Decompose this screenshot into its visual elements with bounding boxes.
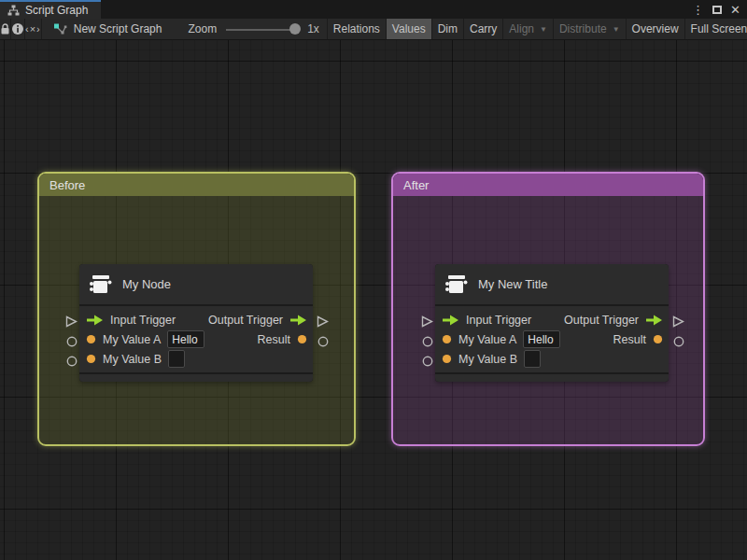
chevron-down-icon: ▼ [540, 25, 547, 34]
group-after-header[interactable]: After [393, 174, 703, 196]
port-label: My Value A [103, 333, 161, 346]
port-label: Output Trigger [564, 314, 639, 327]
node-body: Input Trigger Output Trigger My [435, 306, 669, 372]
port-label: Output Trigger [208, 314, 283, 327]
graph-node-icon [53, 22, 67, 35]
close-icon[interactable]: ✕ [730, 4, 740, 16]
carry-button[interactable]: Carry [464, 19, 503, 39]
new-script-graph-label: New Script Graph [74, 22, 162, 35]
value-a-input[interactable] [523, 330, 560, 348]
result-port[interactable] [653, 334, 663, 344]
value-a-input[interactable] [167, 330, 204, 348]
external-input-trigger-port[interactable] [421, 315, 433, 328]
port-row: My Value B [79, 349, 313, 369]
external-value-b-port[interactable] [66, 356, 78, 367]
graph-toolbar: ‹×› New Script Graph Zoom 1x Relations V… [0, 19, 747, 40]
port-label: Result [613, 333, 646, 346]
external-input-trigger-port[interactable] [65, 315, 78, 328]
output-trigger-port[interactable] [289, 315, 307, 326]
tab-title: Script Graph [25, 4, 88, 17]
code-icon: ‹×› [25, 23, 41, 35]
node-header[interactable]: My New Title [435, 264, 669, 306]
tab-script-graph[interactable]: Script Graph [0, 0, 101, 19]
port-label: My Value B [103, 353, 162, 366]
align-dropdown[interactable]: Align ▼ [503, 19, 554, 39]
zoom-label: Zoom [188, 22, 217, 35]
node-my-new-title[interactable]: My New Title Input Trigger Output Trigge… [435, 264, 669, 382]
info-button[interactable] [11, 19, 25, 39]
align-label: Align [509, 22, 534, 35]
relations-button[interactable]: Relations [328, 19, 387, 39]
port-label: My Value A [458, 333, 516, 346]
node-title: My New Title [478, 277, 547, 291]
node-title: My Node [122, 277, 171, 291]
port-row: My Value A Result [79, 329, 313, 349]
node-footer [79, 372, 313, 382]
zoom-control: Zoom 1x [171, 19, 327, 39]
external-output-trigger-port[interactable] [317, 315, 329, 328]
new-script-graph-button[interactable]: New Script Graph [42, 19, 172, 39]
code-view-button[interactable]: ‹×› [25, 19, 42, 39]
zoom-slider[interactable] [226, 19, 299, 40]
external-result-port[interactable] [673, 336, 684, 347]
value-b-port[interactable] [86, 354, 96, 364]
port-row: My Value B [435, 349, 669, 369]
unit-icon [444, 273, 469, 297]
script-graph-icon [7, 5, 20, 16]
value-b-port[interactable] [442, 354, 452, 364]
graph-canvas[interactable]: Before After My Node [0, 40, 747, 560]
values-button[interactable]: Values [387, 19, 432, 39]
value-b-input[interactable] [168, 350, 185, 368]
input-trigger-port[interactable] [442, 315, 459, 326]
distribute-dropdown[interactable]: Distribute ▼ [554, 19, 627, 39]
external-value-b-port[interactable] [422, 356, 433, 367]
port-label: Input Trigger [466, 314, 531, 327]
menu-icon[interactable]: ⋮ [692, 4, 704, 16]
chevron-down-icon: ▼ [613, 25, 620, 34]
external-value-a-port[interactable] [422, 336, 433, 347]
zoom-slider-track[interactable] [226, 29, 299, 31]
unit-icon [89, 273, 113, 297]
value-a-port[interactable] [442, 334, 452, 344]
group-after-title: After [403, 178, 429, 192]
value-b-input[interactable] [524, 350, 541, 368]
node-header[interactable]: My Node [79, 264, 313, 306]
result-port[interactable] [297, 334, 307, 344]
maximize-icon[interactable] [712, 6, 722, 14]
external-value-a-port[interactable] [66, 336, 78, 347]
group-before-title: Before [49, 178, 85, 192]
window-controls: ⋮ ✕ [692, 0, 747, 19]
dim-button[interactable]: Dim [432, 19, 464, 39]
external-output-trigger-port[interactable] [672, 315, 684, 328]
distribute-label: Distribute [559, 22, 607, 35]
port-row: Input Trigger Output Trigger [435, 310, 669, 329]
group-before-header[interactable]: Before [39, 174, 354, 196]
info-icon [11, 22, 24, 35]
unity-script-graph-window: Script Graph ⋮ ✕ ‹×› [0, 0, 747, 560]
external-result-port[interactable] [317, 336, 329, 347]
port-row: My Value A Result [435, 329, 669, 349]
value-a-port[interactable] [86, 334, 96, 344]
port-row: Input Trigger Output Trigger [79, 310, 313, 329]
node-my-node[interactable]: My Node Input Trigger Output Trigger [79, 264, 313, 382]
lock-icon [0, 23, 10, 35]
lock-button[interactable] [0, 19, 11, 39]
port-label: Input Trigger [110, 314, 176, 327]
port-label: Result [258, 333, 290, 346]
zoom-value: 1x [307, 22, 319, 35]
output-trigger-port[interactable] [645, 315, 663, 326]
fullscreen-button[interactable]: Full Screen [685, 19, 747, 39]
input-trigger-port[interactable] [86, 315, 104, 326]
tab-bar: Script Graph ⋮ ✕ [0, 0, 747, 19]
port-label: My Value B [458, 353, 517, 366]
zoom-slider-knob[interactable] [289, 23, 301, 35]
node-footer [435, 372, 669, 382]
overview-button[interactable]: Overview [627, 19, 685, 39]
node-body: Input Trigger Output Trigger My [79, 306, 313, 372]
